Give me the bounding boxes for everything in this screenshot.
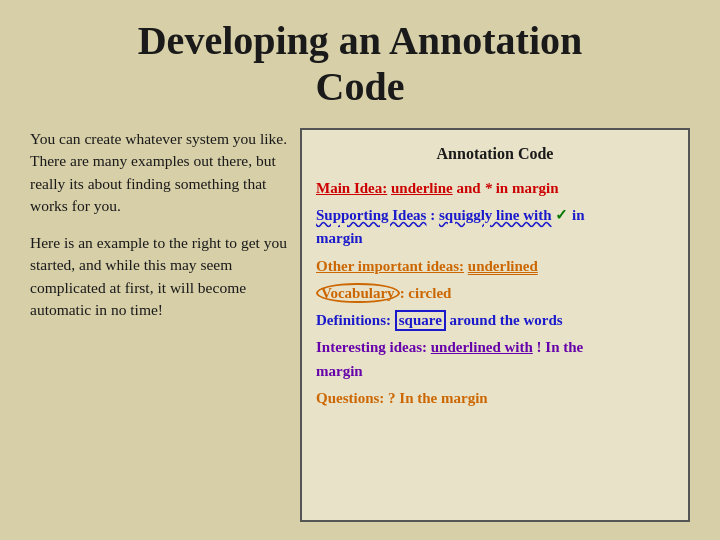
- ann-questions: Questions: ? In the margin: [316, 387, 674, 410]
- left-para1: You can create whatever system you like.…: [30, 128, 290, 218]
- ann-supporting: Supporting Ideas : squiggly line with ✓ …: [316, 204, 674, 251]
- ann-label-main-idea: Main Idea:: [316, 180, 387, 196]
- ann-definitions: Definitions: square around the words: [316, 309, 674, 332]
- page-title: Developing an Annotation Code: [138, 18, 583, 110]
- annotation-box: Annotation Code Main Idea: underline and…: [300, 128, 690, 522]
- ann-vocabulary: Vocabulary: circled: [316, 282, 674, 305]
- ann-interesting: Interesting ideas: underlined with ! In …: [316, 336, 674, 383]
- content-row: You can create whatever system you like.…: [30, 128, 690, 522]
- ann-main-idea: Main Idea: underline and * in margin: [316, 177, 674, 200]
- left-para2: Here is an example to the right to get y…: [30, 232, 290, 322]
- ann-other: Other important ideas: underlined: [316, 255, 674, 278]
- left-text: You can create whatever system you like.…: [30, 128, 300, 522]
- annotation-heading: Annotation Code: [316, 142, 674, 167]
- page: Developing an Annotation Code You can cr…: [0, 0, 720, 540]
